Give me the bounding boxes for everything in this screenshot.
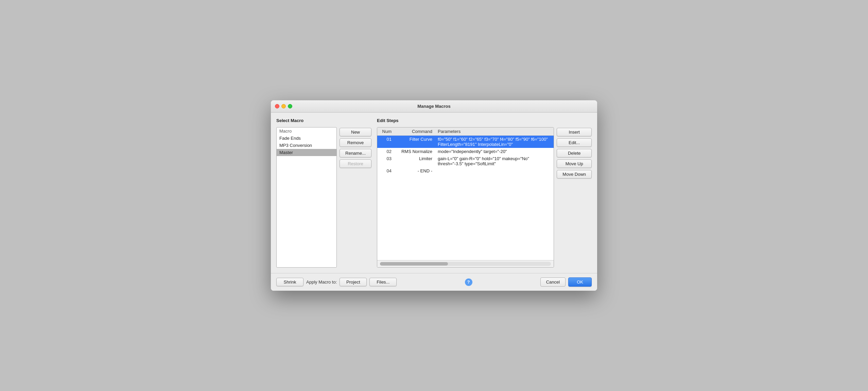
macro-list-item-mp3[interactable]: MP3 Conversion — [277, 142, 336, 149]
cancel-button[interactable]: Cancel — [540, 277, 566, 287]
footer-left: Shrink Apply Macro to: Project Files... — [276, 278, 397, 286]
edit-button[interactable]: Edit... — [557, 138, 592, 147]
maximize-button[interactable] — [288, 104, 292, 108]
macro-list-item-fade-ends[interactable]: Fade Ends — [277, 135, 336, 142]
new-button[interactable]: New — [340, 128, 371, 136]
manage-macros-dialog: Manage Macros Select Macro Macro Fade En… — [271, 100, 597, 291]
horizontal-scrollbar[interactable] — [380, 262, 551, 266]
apply-macro-label: Apply Macro to: — [306, 279, 337, 285]
project-button[interactable]: Project — [340, 278, 367, 286]
remove-button[interactable]: Remove — [340, 138, 371, 147]
dialog-title: Manage Macros — [417, 104, 451, 109]
delete-button[interactable]: Delete — [557, 149, 592, 157]
insert-button[interactable]: Insert — [557, 128, 592, 136]
step-params-04 — [435, 167, 554, 174]
step-row-01[interactable]: 01 Filter Curve f0="50" f1="60" f2="65" … — [377, 136, 554, 148]
footer-center: ? — [400, 278, 537, 286]
left-panel: Select Macro Macro Fade Ends MP3 Convers… — [276, 118, 371, 268]
step-row-04[interactable]: 04 - END - — [377, 167, 554, 174]
macro-list-item-master[interactable]: Master — [277, 149, 336, 156]
move-down-button[interactable]: Move Down — [557, 170, 592, 178]
step-num-03: 03 — [377, 155, 394, 167]
dialog-footer: Shrink Apply Macro to: Project Files... … — [271, 273, 597, 291]
restore-button[interactable]: Restore — [340, 159, 371, 168]
files-button[interactable]: Files... — [369, 278, 397, 286]
minimize-button[interactable] — [281, 104, 286, 108]
step-params-01: f0="50" f1="60" f2="65" f3="70" f4="80" … — [435, 136, 554, 148]
steps-table: Num Command Parameters 01 Filter Curve f… — [377, 128, 554, 174]
macro-list[interactable]: Macro Fade Ends MP3 Conversion Master — [276, 127, 337, 268]
move-up-button[interactable]: Move Up — [557, 159, 592, 168]
scrollbar-container — [377, 260, 554, 267]
macro-buttons: New Remove Rename... Restore — [340, 127, 371, 268]
col-header-command: Command — [394, 128, 435, 136]
help-button[interactable]: ? — [465, 278, 472, 286]
col-header-num: Num — [377, 128, 394, 136]
edit-steps-label: Edit Steps — [377, 118, 592, 123]
steps-scroll-area[interactable]: Num Command Parameters 01 Filter Curve f… — [377, 128, 554, 260]
ok-button[interactable]: OK — [568, 277, 592, 287]
close-button[interactable] — [275, 104, 279, 108]
step-params-03: gain-L="0" gain-R="0" hold="10" makeup="… — [435, 155, 554, 167]
step-cmd-03: Limiter — [394, 155, 435, 167]
step-cmd-01: Filter Curve — [394, 136, 435, 148]
shrink-button[interactable]: Shrink — [276, 278, 303, 286]
step-action-buttons: Insert Edit... Delete Move Up Move Down — [557, 127, 592, 268]
step-num-04: 04 — [377, 167, 394, 174]
steps-area: Num Command Parameters 01 Filter Curve f… — [377, 127, 592, 268]
select-macro-label: Select Macro — [276, 118, 371, 123]
step-row-02[interactable]: 02 RMS Normalize mode="Independently" ta… — [377, 148, 554, 155]
left-panel-content: Macro Fade Ends MP3 Conversion Master Ne… — [276, 127, 371, 268]
right-panel: Edit Steps Num Command Parameters — [377, 118, 592, 268]
step-params-02: mode="Independently" target="-20" — [435, 148, 554, 155]
scrollbar-thumb[interactable] — [380, 262, 448, 266]
step-cmd-04: - END - — [394, 167, 435, 174]
footer-right: Cancel OK — [540, 277, 592, 287]
col-header-parameters: Parameters — [435, 128, 554, 136]
title-bar: Manage Macros — [271, 100, 597, 113]
step-num-01: 01 — [377, 136, 394, 148]
traffic-lights — [275, 104, 292, 108]
macro-list-header: Macro — [277, 128, 336, 135]
step-num-02: 02 — [377, 148, 394, 155]
steps-table-container: Num Command Parameters 01 Filter Curve f… — [377, 127, 554, 268]
dialog-body: Select Macro Macro Fade Ends MP3 Convers… — [271, 113, 597, 273]
step-row-03[interactable]: 03 Limiter gain-L="0" gain-R="0" hold="1… — [377, 155, 554, 167]
rename-button[interactable]: Rename... — [340, 149, 371, 157]
step-cmd-02: RMS Normalize — [394, 148, 435, 155]
